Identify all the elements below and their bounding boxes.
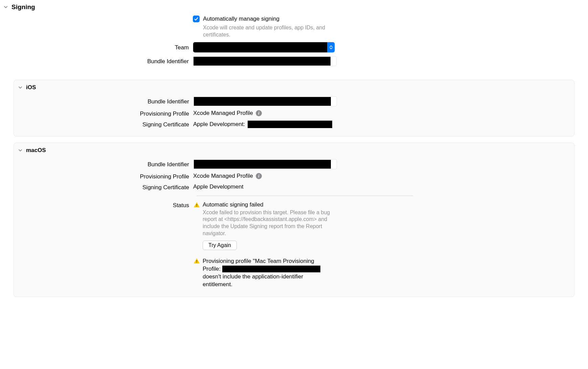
info-icon[interactable]: i — [256, 173, 262, 179]
team-select-toggle-icon[interactable] — [327, 42, 335, 52]
svg-point-1 — [196, 206, 197, 207]
ios-signing-certificate-value-redacted — [248, 121, 332, 128]
platform-ios-title: iOS — [26, 84, 36, 91]
ios-bundle-identifier-value-redacted — [194, 97, 331, 106]
chevron-down-icon[interactable] — [3, 5, 8, 9]
chevron-down-icon[interactable] — [18, 148, 23, 153]
warning-icon — [193, 258, 200, 265]
svg-point-3 — [196, 262, 197, 263]
status-label: Status — [14, 201, 193, 209]
team-label: Team — [0, 44, 193, 51]
info-icon[interactable]: i — [256, 110, 262, 116]
macos-bundle-identifier-label: Bundle Identifier — [14, 161, 193, 168]
macos-provisioning-profile-value: Xcode Managed Profile — [193, 173, 253, 179]
warning-icon — [193, 202, 200, 208]
chevron-down-icon[interactable] — [18, 85, 23, 90]
ios-provisioning-profile-label: Provisioning Profile — [14, 110, 193, 117]
macos-provisioning-profile-label: Provisioning Profile — [14, 173, 193, 180]
status-warning-text: Provisioning profile "Mac Team Provision… — [203, 257, 331, 289]
ios-signing-certificate-prefix: Apple Development: — [193, 121, 245, 128]
macos-signing-certificate-label: Signing Certificate — [14, 183, 193, 191]
ios-bundle-identifier-label: Bundle Identifier — [14, 98, 193, 105]
divider — [197, 196, 413, 196]
try-again-button[interactable]: Try Again — [203, 241, 237, 250]
team-select-value-redacted — [193, 42, 327, 52]
ios-signing-certificate-label: Signing Certificate — [14, 121, 193, 128]
status-warning-part-b: doesn't include the application-identifi… — [203, 273, 303, 288]
status-description: Xcode failed to provision this target. P… — [203, 209, 331, 237]
section-title: Signing — [12, 3, 35, 11]
svg-rect-2 — [196, 260, 197, 262]
platform-macos-title: macOS — [26, 147, 46, 154]
bundle-identifier-label: Bundle Identifier — [0, 57, 193, 65]
team-select[interactable] — [193, 42, 335, 53]
status-warning-redacted — [222, 266, 320, 272]
auto-manage-signing-checkbox[interactable] — [193, 16, 200, 22]
macos-signing-certificate-value: Apple Development — [193, 183, 243, 190]
status-title: Automatic signing failed — [203, 201, 331, 208]
svg-rect-0 — [196, 204, 197, 206]
auto-manage-signing-label: Automatically manage signing — [203, 16, 279, 22]
macos-bundle-identifier-value-redacted — [194, 160, 331, 169]
auto-manage-signing-description: Xcode will create and update profiles, a… — [203, 24, 342, 39]
bundle-identifier-value-redacted — [194, 57, 331, 66]
macos-bundle-identifier-field[interactable] — [193, 159, 337, 169]
ios-provisioning-profile-value: Xcode Managed Profile — [193, 110, 253, 117]
ios-bundle-identifier-field[interactable] — [193, 96, 337, 106]
bundle-identifier-field[interactable] — [193, 56, 337, 66]
